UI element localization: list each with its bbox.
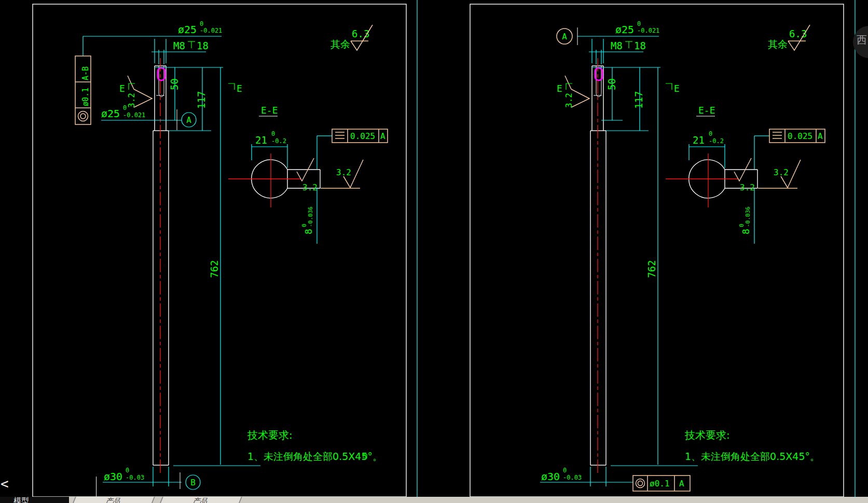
dim-d25-text[interactable]: ø25	[615, 23, 634, 36]
dim-21-tol-top: 0	[271, 130, 275, 137]
roughness-side-value: 3.2	[774, 167, 789, 177]
dim-d30-tol-top: 0	[563, 467, 567, 474]
datum-b-label[interactable]: B	[190, 478, 196, 487]
fcf-runout-frame[interactable]: A-B ø0.1	[75, 56, 91, 124]
roughness-flat-value: 3.2	[740, 183, 755, 192]
symmetry-icon	[773, 132, 782, 138]
general-roughness-label: 其余	[330, 38, 350, 50]
depth-symbol-icon	[188, 41, 195, 49]
dim-d30-text[interactable]: ø30	[104, 470, 122, 483]
section-cut-marks[interactable]: E E	[557, 83, 680, 94]
fcf-symmetry-frame[interactable]: 0.025 A	[769, 129, 825, 143]
fcf-sym-tol: 0.025	[350, 131, 375, 141]
dim-21-text[interactable]: 21	[255, 134, 267, 146]
roughness-slot-symbol[interactable]: 3.2	[127, 76, 152, 108]
dim-d25-tol-top: 0	[200, 20, 203, 27]
dim-21-tol-bot: -0.2	[271, 137, 286, 145]
tech-item-1: 1、未注倒角处全部0.5X45°。	[247, 451, 382, 462]
roughness-flat-value: 3.2	[302, 183, 318, 192]
concentricity-icon	[78, 111, 88, 121]
fcf-sym-datum: A	[818, 131, 823, 141]
sheet-left[interactable]: ø25 0 -0.021 M8 18 50 117 762 3.2 E	[33, 4, 406, 497]
dim-diameter30[interactable]: ø30 0 -0.03 ø0.1 A	[540, 467, 690, 491]
sheet-border	[470, 4, 844, 497]
dim-8-tol-bot: -0.036	[745, 206, 751, 227]
section-view-ee[interactable]: E-E 21 0 -0.2 3.2 3.2 8 0 -0.036	[228, 105, 388, 244]
concentricity-icon	[636, 479, 645, 488]
fcf-runout-datum: A-B	[81, 66, 90, 80]
dim-21-tol-bot: -0.2	[709, 137, 724, 145]
tech-title: 技术要求:	[684, 429, 730, 441]
dim-diameter30[interactable]: B ø30 0 -0.03	[103, 467, 200, 490]
datum-a-label[interactable]: A	[186, 115, 191, 125]
dim-50-text[interactable]: 50	[606, 78, 617, 90]
dim-d25-mid-text[interactable]: ø25	[101, 107, 120, 120]
tech-item-1: 1、未注倒角处全部0.5X45°。	[685, 451, 820, 462]
dim-21-text[interactable]: 21	[693, 134, 705, 146]
dim-d25-mid-tol-bot: -0.021	[123, 111, 145, 119]
dim-d25-mid-tol-top: 0	[123, 104, 127, 111]
side-badge-label: 西	[857, 33, 867, 47]
dim-8-tol-bot: -0.036	[307, 206, 314, 227]
dim-50-text[interactable]: 50	[169, 78, 180, 90]
tab-model[interactable]: 模型	[13, 497, 29, 503]
section-title: E-E	[698, 105, 715, 116]
dim-diameter25-mid[interactable]: A ø25 0 -0.021	[101, 104, 196, 130]
datum-a-label[interactable]: A	[562, 32, 567, 41]
thread-depth: 18	[197, 40, 209, 51]
symmetry-icon	[335, 132, 345, 138]
dim-d25-tol-bot: -0.021	[200, 27, 222, 34]
dim-d30-tol-bot: -0.03	[126, 474, 144, 481]
roughness-slot-value: 3.2	[127, 93, 136, 108]
section-mark-left: E	[557, 83, 562, 94]
tech-title: 技术要求:	[247, 429, 293, 441]
section-mark-left: E	[119, 83, 125, 94]
fcf-concentricity-frame[interactable]: ø0.1 A	[633, 476, 690, 491]
dim-d30-tol-top: 0	[126, 467, 129, 474]
depth-symbol-icon	[625, 41, 632, 49]
section-mark-right: E	[237, 83, 242, 94]
section-title: E-E	[261, 105, 278, 116]
dim-117-text[interactable]: 117	[196, 91, 207, 109]
thread-callout[interactable]: M8 18	[611, 40, 646, 51]
dim-d25-text[interactable]: ø25	[178, 23, 197, 36]
general-roughness[interactable]: 其余 6.3	[768, 25, 810, 50]
thread-callout[interactable]: M8 18	[173, 40, 209, 51]
fcf-runout-tol: ø0.1	[81, 88, 90, 106]
dim-117-text[interactable]: 117	[633, 91, 644, 109]
fcf-sym-datum: A	[380, 131, 385, 141]
collapse-chevron-icon[interactable]: <	[1, 476, 9, 492]
fcf-conc-tol: ø0.1	[650, 479, 670, 488]
fcf-sym-tol: 0.025	[788, 131, 812, 141]
dim-d30-text[interactable]: ø30	[541, 470, 560, 483]
roughness-slot-symbol[interactable]: 3.2	[564, 76, 589, 108]
roughness-slot-value: 3.2	[564, 93, 574, 108]
section-cut-marks[interactable]: E E	[119, 83, 242, 94]
general-roughness-label: 其余	[768, 38, 788, 50]
cad-canvas[interactable]: ø25 0 -0.021 M8 18 50 117 762 3.2 E	[0, 0, 868, 497]
thread-depth: 18	[634, 40, 646, 51]
crosshair-cursor	[96, 477, 97, 497]
dim-762-text[interactable]: 762	[646, 260, 657, 278]
dim-8-text[interactable]: 8	[740, 229, 751, 234]
dim-21-tol-top: 0	[709, 130, 712, 137]
dim-8-text[interactable]: 8	[303, 229, 314, 234]
general-roughness[interactable]: 其余 6.3	[330, 25, 373, 50]
dim-762-text[interactable]: 762	[209, 260, 220, 278]
layout-tab-bar: 模型 产品 产品	[0, 497, 868, 503]
tab-layout-2[interactable]: 产品	[159, 497, 242, 503]
thread-prefix[interactable]: M8	[611, 40, 623, 51]
section-mark-right: E	[674, 83, 680, 94]
roughness-side-value: 3.2	[336, 167, 351, 177]
dim-d25-tol-top: 0	[637, 20, 641, 27]
section-view-ee[interactable]: E-E 21 0 -0.2 3.2 3.2 8 0 -0.036	[666, 105, 825, 244]
technical-requirements[interactable]: 技术要求: 1、未注倒角处全部0.5X45°。	[247, 429, 382, 462]
fcf-symmetry-frame[interactable]: 0.025 A	[332, 129, 388, 143]
fcf-conc-datum: A	[679, 479, 684, 488]
dim-d25-tol-bot: -0.021	[637, 27, 659, 34]
sheet-right[interactable]: A ø25 0 -0.021 M8 18 50 117 762 3.2	[470, 4, 844, 497]
technical-requirements[interactable]: 技术要求: 1、未注倒角处全部0.5X45°。	[684, 429, 820, 462]
dim-d30-tol-bot: -0.03	[563, 474, 582, 481]
thread-prefix[interactable]: M8	[173, 40, 185, 51]
tab-layout-1[interactable]: 产品	[72, 497, 155, 503]
